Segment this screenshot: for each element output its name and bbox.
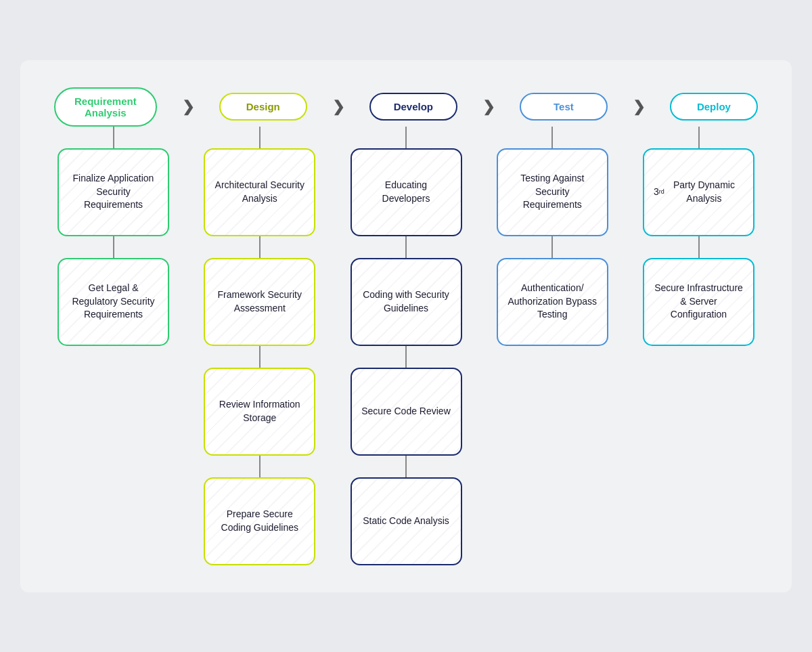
columns-row: Finalize Application Security Requiremen…: [41, 127, 771, 565]
column-deploy: 3rd Party Dynamic Analysis Secure Infras…: [633, 127, 765, 565]
card-test-1: Testing Against Security Requirements: [497, 148, 608, 236]
v-line: [259, 127, 261, 148]
phase-row: RequirementAnalysis ❯ Design ❯ Develop ❯…: [41, 87, 771, 127]
card-develop-3: Secure Code Review: [351, 368, 462, 456]
v-line: [551, 127, 553, 148]
v-line: [405, 346, 407, 368]
phase-deploy: Deploy: [670, 93, 758, 121]
arrow-2: ❯: [332, 98, 344, 116]
card-design-4: Prepare Secure Coding Guidelines: [204, 477, 315, 565]
phase-test: Test: [520, 93, 608, 121]
v-line: [698, 236, 700, 258]
card-design-2: Framework Security Assessment: [204, 258, 315, 346]
card-develop-1: Educating Developers: [351, 148, 462, 236]
phase-develop: Develop: [369, 93, 457, 121]
phase-design: Design: [219, 93, 307, 121]
v-line: [259, 346, 261, 368]
column-develop: Educating Developers Coding with Securit…: [340, 127, 472, 565]
v-line: [259, 236, 261, 258]
arrow-1: ❯: [182, 98, 194, 116]
card-design-1: Architectural Security Analysis: [204, 148, 315, 236]
arrow-3: ❯: [482, 98, 495, 116]
v-line: [113, 127, 114, 148]
v-line: [551, 236, 553, 258]
v-line: [698, 127, 700, 148]
v-line: [405, 127, 407, 148]
card-test-2: Authentication/ Authorization Bypass Tes…: [497, 258, 608, 346]
v-line: [405, 236, 407, 258]
column-design: Architectural Security Analysis Framewor…: [194, 127, 325, 565]
v-line: [259, 456, 261, 477]
card-develop-4: Static Code Analysis: [351, 477, 462, 565]
column-req: Finalize Application Security Requiremen…: [47, 127, 179, 565]
v-line: [405, 456, 407, 477]
card-develop-2: Coding with Security Guidelines: [351, 258, 462, 346]
card-req-2: Get Legal & Regulatory Security Requirem…: [58, 258, 169, 346]
card-deploy-1: 3rd Party Dynamic Analysis: [643, 148, 754, 236]
card-deploy-2: Secure Infrastructure & Server Configura…: [643, 258, 754, 346]
arrow-4: ❯: [633, 98, 645, 116]
diagram: RequirementAnalysis ❯ Design ❯ Develop ❯…: [20, 60, 792, 592]
column-test: Testing Against Security Requirements Au…: [487, 127, 618, 565]
phase-req: RequirementAnalysis: [54, 87, 157, 127]
v-line: [113, 236, 114, 258]
card-req-1: Finalize Application Security Requiremen…: [58, 148, 169, 236]
card-design-3: Review Information Storage: [204, 368, 315, 456]
